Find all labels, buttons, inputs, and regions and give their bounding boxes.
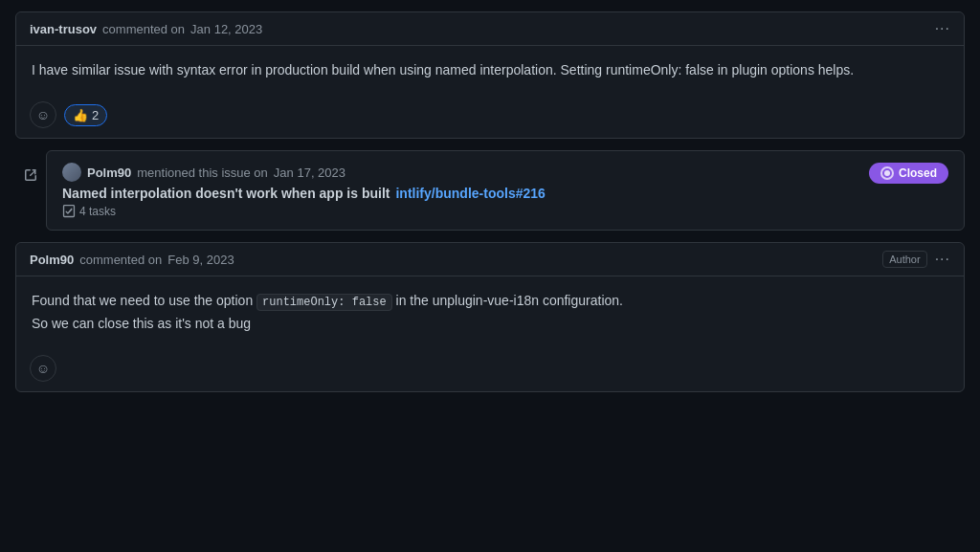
thumbsup-count: 2 bbox=[92, 108, 99, 122]
comment-2-smile-icon: ☺ bbox=[36, 361, 50, 376]
cross-ref-status-badge-container: Closed bbox=[869, 163, 948, 184]
cross-ref-tasks-label: 4 tasks bbox=[79, 205, 116, 218]
comment-2-block: Polm90 commented on Feb 9, 2023 Author ·… bbox=[15, 242, 965, 392]
cross-ref-issue-link[interactable]: intlify/bundle-tools#216 bbox=[395, 186, 545, 201]
comment-2-line1: Found that we need to use the option run… bbox=[32, 290, 948, 312]
cross-ref-action: mentioned this issue on bbox=[137, 166, 268, 180]
cross-ref-author[interactable]: Polm90 bbox=[87, 166, 131, 180]
comment-2-header-left: Polm90 commented on Feb 9, 2023 bbox=[30, 253, 234, 267]
cross-ref-left: Polm90 mentioned this issue on Jan 17, 2… bbox=[62, 163, 546, 218]
comment-2-text-prefix: Found that we need to use the option bbox=[32, 293, 256, 308]
comment-1-reactions: ☺ 👍 2 bbox=[16, 94, 964, 138]
comment-2-text-suffix: in the unplugin-vue-i18n configuration. bbox=[392, 293, 623, 308]
comment-2-inline-code: runtimeOnly: false bbox=[256, 294, 392, 311]
comment-1-action: commented on bbox=[102, 22, 185, 36]
cross-ref-tasks: 4 tasks bbox=[62, 205, 546, 218]
comment-1-body: I have similar issue with syntax error i… bbox=[16, 46, 964, 94]
comment-1-header: ivan-trusov commented on Jan 12, 2023 ··… bbox=[16, 12, 964, 46]
comment-2-author[interactable]: Polm90 bbox=[30, 253, 74, 267]
cross-ref-content: Polm90 mentioned this issue on Jan 17, 2… bbox=[46, 150, 965, 231]
smile-icon: ☺ bbox=[36, 107, 50, 122]
comment-1-text: I have similar issue with syntax error i… bbox=[32, 59, 948, 80]
cross-ref-redirect-icon bbox=[23, 167, 38, 187]
comment-2-header: Polm90 commented on Feb 9, 2023 Author ·… bbox=[16, 243, 964, 276]
comment-2-add-reaction-button[interactable]: ☺ bbox=[30, 355, 56, 382]
closed-badge-icon bbox=[880, 166, 894, 180]
comment-1-header-left: ivan-trusov commented on Jan 12, 2023 bbox=[30, 22, 262, 36]
comment-2-header-right: Author ··· bbox=[882, 251, 950, 268]
cross-ref-title-text: Named interpolation doesn't work when ap… bbox=[62, 186, 390, 201]
comment-1-more-options[interactable]: ··· bbox=[935, 20, 950, 37]
cross-ref-date: Jan 17, 2023 bbox=[274, 166, 345, 180]
cross-ref-avatar bbox=[62, 163, 81, 182]
comment-2-action: commented on bbox=[79, 253, 162, 267]
author-badge: Author bbox=[882, 251, 926, 268]
comment-1-date: Jan 12, 2023 bbox=[190, 22, 262, 36]
thumbsup-reaction-button[interactable]: 👍 2 bbox=[64, 104, 107, 126]
closed-badge-inner bbox=[884, 170, 890, 176]
closed-badge: Closed bbox=[869, 163, 948, 184]
closed-badge-label: Closed bbox=[899, 166, 937, 180]
comment-2-more-options[interactable]: ··· bbox=[935, 251, 950, 268]
comment-2-line2: So we can close this as it's not a bug bbox=[32, 313, 948, 334]
page-container: ivan-trusov commented on Jan 12, 2023 ··… bbox=[0, 11, 980, 392]
comment-2-body: Found that we need to use the option run… bbox=[16, 276, 964, 347]
cross-ref-block: Polm90 mentioned this issue on Jan 17, 2… bbox=[15, 150, 965, 231]
comment-2-reactions: ☺ bbox=[16, 347, 964, 391]
cross-ref-icon-col bbox=[15, 150, 46, 187]
cross-ref-meta: Polm90 mentioned this issue on Jan 17, 2… bbox=[62, 163, 546, 182]
comment-1-header-right: ··· bbox=[935, 20, 950, 37]
comment-1-block: ivan-trusov commented on Jan 12, 2023 ··… bbox=[15, 11, 965, 139]
cross-ref-title: Named interpolation doesn't work when ap… bbox=[62, 186, 546, 201]
thumbsup-icon: 👍 bbox=[73, 108, 88, 122]
add-reaction-button[interactable]: ☺ bbox=[30, 101, 56, 128]
comment-2-date: Feb 9, 2023 bbox=[167, 253, 234, 267]
comment-1-author[interactable]: ivan-trusov bbox=[30, 22, 97, 36]
